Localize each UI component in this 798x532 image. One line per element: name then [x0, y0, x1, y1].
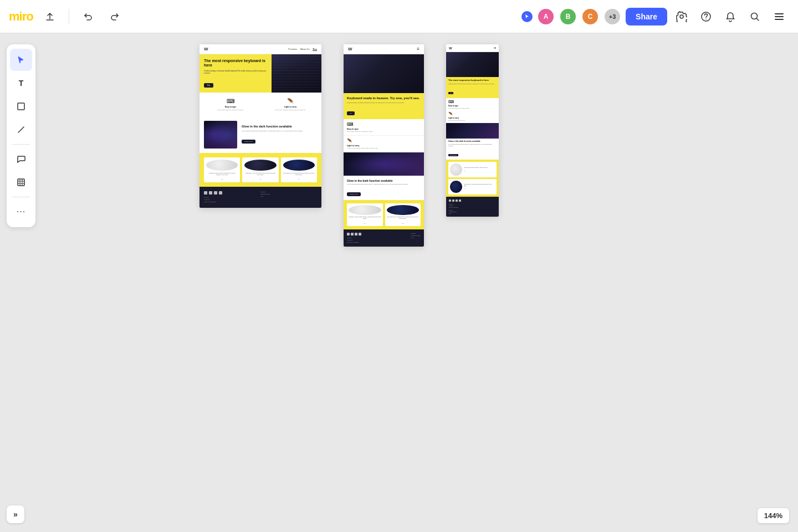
footer-md-country: Change country	[411, 235, 421, 237]
mockup-md-hero-title: Keyboard made in heaven. Try one, you'll…	[347, 96, 421, 100]
sm-social-3	[456, 200, 458, 202]
mockup-sm-feature1: ⌨ Easy to type Nunc mattis feugiat ac so…	[446, 98, 499, 111]
mockup-sm-hero-img	[446, 52, 499, 77]
product-card-1: Timeless classic white design that in go…	[204, 157, 240, 183]
svg-rect-5	[775, 16, 784, 17]
mockup-lg-glow: Glow in the dark function available Our …	[200, 116, 321, 153]
glow-visual-md	[344, 152, 424, 176]
select-tool-button[interactable]	[10, 49, 32, 71]
footer-link-contact: Contact	[204, 197, 260, 198]
line-tool-button[interactable]	[10, 119, 32, 141]
feature2-desc: Nam et justo placerat, alsohos nam et, f…	[264, 109, 317, 111]
mockup-sm-products: Timeless classic white design, change ke…	[446, 160, 499, 197]
feature1-desc: Nunc mattis feugiat ac sollicituque cong…	[204, 109, 257, 111]
product-arrow-2: ⌄	[244, 177, 276, 180]
mockup-sm-nav: W ≡	[446, 44, 499, 52]
mockup-sm-glow-btn: Explore more	[448, 154, 458, 156]
feature2-title-md: Light to carry	[347, 145, 421, 147]
mockup-lg-footer: Contact About Us Terms & Conditions Care…	[200, 187, 321, 208]
product-card-3: Top range fully customisable RGB backlit…	[281, 157, 317, 183]
sm-social-1	[449, 200, 451, 202]
mockup-md-glow-img	[344, 152, 424, 176]
mockup-sm-hero-subtitle: Timeless design or futuristic backlit ke…	[448, 83, 497, 84]
settings-icon-button[interactable]	[672, 7, 692, 27]
mockup-lg-navlinks: Products About Us Buy	[288, 48, 317, 51]
svg-rect-7	[18, 103, 24, 110]
product-arrow-3: ⌄	[283, 177, 315, 180]
mockup-sm-footer: Contact About Us Terms & Conditions Care…	[446, 197, 499, 217]
mockup-md-hero-img	[344, 54, 424, 93]
nav-buy: Buy	[313, 48, 317, 51]
upload-button[interactable]	[40, 7, 60, 27]
footer-link-about: About Us	[204, 199, 260, 201]
canvas[interactable]: W Products About Us Buy The most respons…	[0, 33, 798, 532]
feature-2: 🪶 Light to carry Nam et justo placerat, …	[264, 98, 317, 111]
share-button[interactable]: Share	[626, 8, 667, 25]
mockup-lg-products: Timeless classic white design that in go…	[200, 153, 321, 187]
mockup-lg-hero-btn: Buy	[204, 83, 213, 88]
mockup-md-glow-section: Glow in the dark function available Our …	[344, 176, 424, 201]
svg-point-3	[751, 13, 758, 19]
mockup-lg-nav: W Products About Us Buy	[200, 44, 321, 54]
feature2-icon-sm: 🪶	[448, 112, 497, 116]
mockup-md-glow-btn: Explore more	[347, 192, 361, 196]
redo-button[interactable]	[105, 7, 125, 27]
notifications-button[interactable]	[720, 7, 740, 27]
feature2-icon-md: 🪶	[347, 139, 421, 144]
page-navigator[interactable]: »	[7, 505, 24, 523]
avatar-2: B	[559, 8, 577, 25]
mockup-lg-glow-desc: Our top range models offer backlit optio…	[242, 130, 317, 132]
product-arrow-md-1: ⌄	[349, 221, 381, 224]
mockup-sm-glow-img	[446, 123, 499, 139]
frame-tool-button[interactable]	[10, 171, 32, 193]
footer-md-careers: Careers	[411, 233, 421, 234]
mockup-sm-glow-text: Glow in the dark function available Our …	[446, 139, 499, 160]
footer-sm-careers: Careers	[449, 209, 496, 211]
feature2-icon: 🪶	[264, 98, 317, 104]
left-toolbar: T ···	[7, 44, 35, 227]
feature1-icon: ⌨	[204, 98, 257, 104]
feature1-title: Easy to type	[204, 106, 257, 108]
product-img-1	[206, 160, 238, 171]
social-icon-1	[347, 233, 350, 236]
sticky-tool-button[interactable]	[10, 95, 32, 117]
footer-sm-terms: Terms & Conditions	[449, 207, 496, 208]
comment-tool-button[interactable]	[10, 148, 32, 170]
more-tools-icon: ···	[17, 207, 25, 217]
more-tools-button[interactable]: ···	[10, 201, 32, 223]
undo-button[interactable]	[78, 7, 98, 27]
menu-button[interactable]	[769, 7, 789, 27]
keyboard-hero-visual	[272, 54, 321, 93]
product-title-1: Timeless classic white design that in go…	[206, 172, 238, 176]
mockup-md-glow-title: Glow in the dark function available	[347, 179, 421, 182]
svg-rect-6	[775, 19, 784, 20]
mockup-lg-glow-text: Glow in the dark function available Our …	[242, 125, 317, 144]
mockup-lg-glow-img	[204, 121, 237, 149]
feature1-desc-md: Nunc mattis feugiat ac sollicituque cong…	[347, 131, 421, 132]
mockup-small: W ≡ The most responsive keyboard is here…	[446, 44, 499, 217]
help-button[interactable]	[696, 7, 716, 27]
footer-md-col2: Careers Change country FAQ	[411, 233, 421, 243]
product-img-md-2	[387, 205, 420, 215]
product-title-md-1: Timeless classic white design, change ke…	[349, 216, 381, 220]
zoom-indicator: 144%	[758, 508, 789, 523]
avatar-3: C	[581, 8, 599, 25]
svg-line-8	[18, 127, 24, 132]
feature1-desc-sm: Nunc mattis feugiat ac sollicituque cong…	[448, 108, 497, 109]
feature2-desc-md: Nam et justo placerat, alsohos nam et, f…	[347, 147, 421, 149]
toolbar-divider-2	[12, 197, 30, 197]
search-button[interactable]	[745, 7, 765, 27]
instagram-icon	[214, 191, 217, 195]
facebook-icon	[209, 191, 212, 195]
twitter-icon	[204, 191, 207, 195]
wireframe-container: W Products About Us Buy The most respons…	[200, 44, 499, 247]
feature1-icon-md: ⌨	[347, 122, 421, 127]
page-expand-icon[interactable]: »	[13, 510, 18, 519]
product-title-md-2: Top range fully customisable RGB backlit…	[387, 216, 420, 220]
mockup-md-hero-subtitle: Timeless design or futuristic backlit ke…	[347, 102, 421, 104]
feature2-title-sm: Light to carry	[448, 117, 497, 119]
nav-products: Products	[288, 48, 297, 51]
sm-social-4	[459, 200, 461, 202]
topbar: miro A B C	[0, 0, 798, 33]
text-tool-button[interactable]: T	[10, 72, 32, 94]
